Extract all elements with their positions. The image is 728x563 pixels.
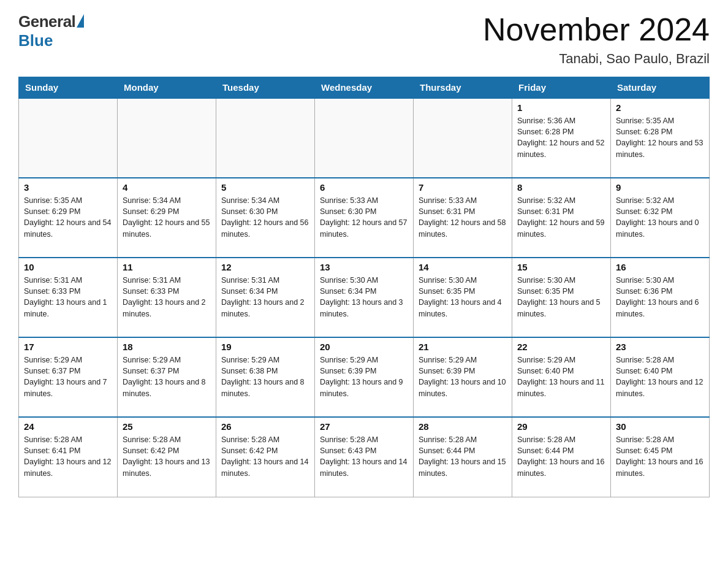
day-number: 26 [221, 421, 309, 432]
day-number: 22 [517, 342, 605, 352]
day-number: 19 [221, 342, 309, 352]
calendar-cell: 5Sunrise: 5:34 AMSunset: 6:30 PMDaylight… [216, 178, 315, 258]
calendar-cell: 24Sunrise: 5:28 AMSunset: 6:41 PMDayligh… [19, 417, 118, 497]
day-info: Sunrise: 5:30 AMSunset: 6:35 PMDaylight:… [517, 275, 605, 320]
day-number: 30 [616, 421, 704, 432]
calendar-cell [216, 98, 315, 178]
calendar-cell: 14Sunrise: 5:30 AMSunset: 6:35 PMDayligh… [414, 258, 512, 337]
calendar-cell [118, 98, 216, 178]
weekday-header-tuesday: Tuesday [216, 77, 315, 99]
day-number: 11 [123, 262, 211, 272]
calendar-week-3: 10Sunrise: 5:31 AMSunset: 6:33 PMDayligh… [19, 258, 710, 337]
calendar-week-4: 17Sunrise: 5:29 AMSunset: 6:37 PMDayligh… [19, 337, 710, 417]
calendar-cell: 16Sunrise: 5:30 AMSunset: 6:36 PMDayligh… [611, 258, 710, 337]
day-info: Sunrise: 5:28 AMSunset: 6:43 PMDaylight:… [320, 434, 408, 479]
calendar-cell: 18Sunrise: 5:29 AMSunset: 6:37 PMDayligh… [118, 337, 216, 417]
day-info: Sunrise: 5:28 AMSunset: 6:40 PMDaylight:… [616, 354, 704, 399]
day-number: 1 [517, 102, 605, 113]
calendar-cell: 21Sunrise: 5:29 AMSunset: 6:39 PMDayligh… [414, 337, 512, 417]
calendar-cell: 20Sunrise: 5:29 AMSunset: 6:39 PMDayligh… [315, 337, 414, 417]
calendar-cell: 17Sunrise: 5:29 AMSunset: 6:37 PMDayligh… [19, 337, 118, 417]
calendar-week-2: 3Sunrise: 5:35 AMSunset: 6:29 PMDaylight… [19, 178, 710, 258]
day-number: 10 [24, 262, 112, 272]
day-number: 9 [616, 182, 704, 193]
calendar-cell: 7Sunrise: 5:33 AMSunset: 6:31 PMDaylight… [414, 178, 512, 258]
day-number: 24 [24, 421, 112, 432]
day-info: Sunrise: 5:33 AMSunset: 6:30 PMDaylight:… [320, 195, 408, 240]
page-header: General Blue November 2024 Tanabi, Sao P… [18, 12, 710, 67]
day-info: Sunrise: 5:34 AMSunset: 6:29 PMDaylight:… [123, 195, 211, 240]
day-number: 28 [419, 421, 507, 432]
day-info: Sunrise: 5:28 AMSunset: 6:42 PMDaylight:… [123, 434, 211, 479]
day-number: 12 [221, 262, 309, 272]
weekday-header-saturday: Saturday [611, 77, 710, 99]
weekday-header-monday: Monday [118, 77, 216, 99]
day-number: 4 [123, 182, 211, 193]
day-info: Sunrise: 5:28 AMSunset: 6:42 PMDaylight:… [221, 434, 309, 479]
day-info: Sunrise: 5:30 AMSunset: 6:36 PMDaylight:… [616, 275, 704, 320]
calendar-cell: 8Sunrise: 5:32 AMSunset: 6:31 PMDaylight… [512, 178, 611, 258]
day-info: Sunrise: 5:28 AMSunset: 6:45 PMDaylight:… [616, 434, 704, 479]
logo-blue-text: Blue [18, 31, 53, 50]
logo-triangle-icon [77, 14, 84, 28]
day-number: 16 [616, 262, 704, 272]
calendar-week-1: 1Sunrise: 5:36 AMSunset: 6:28 PMDaylight… [19, 98, 710, 178]
calendar-cell: 23Sunrise: 5:28 AMSunset: 6:40 PMDayligh… [611, 337, 710, 417]
day-number: 20 [320, 342, 408, 352]
month-title: November 2024 [483, 12, 710, 47]
calendar-cell: 28Sunrise: 5:28 AMSunset: 6:44 PMDayligh… [414, 417, 512, 497]
day-info: Sunrise: 5:28 AMSunset: 6:41 PMDaylight:… [24, 434, 112, 479]
weekday-header-row: SundayMondayTuesdayWednesdayThursdayFrid… [19, 77, 710, 99]
day-info: Sunrise: 5:29 AMSunset: 6:39 PMDaylight:… [419, 354, 507, 399]
day-info: Sunrise: 5:35 AMSunset: 6:29 PMDaylight:… [24, 195, 112, 240]
calendar-cell: 27Sunrise: 5:28 AMSunset: 6:43 PMDayligh… [315, 417, 414, 497]
calendar-cell: 26Sunrise: 5:28 AMSunset: 6:42 PMDayligh… [216, 417, 315, 497]
calendar-cell: 10Sunrise: 5:31 AMSunset: 6:33 PMDayligh… [19, 258, 118, 337]
day-number: 6 [320, 182, 408, 193]
day-info: Sunrise: 5:29 AMSunset: 6:37 PMDaylight:… [24, 354, 112, 399]
day-info: Sunrise: 5:31 AMSunset: 6:34 PMDaylight:… [221, 275, 309, 320]
calendar-cell: 19Sunrise: 5:29 AMSunset: 6:38 PMDayligh… [216, 337, 315, 417]
day-number: 15 [517, 262, 605, 272]
calendar-week-5: 24Sunrise: 5:28 AMSunset: 6:41 PMDayligh… [19, 417, 710, 497]
calendar-cell: 1Sunrise: 5:36 AMSunset: 6:28 PMDaylight… [512, 98, 611, 178]
day-number: 23 [616, 342, 704, 352]
calendar-cell [19, 98, 118, 178]
day-number: 14 [419, 262, 507, 272]
calendar-cell: 22Sunrise: 5:29 AMSunset: 6:40 PMDayligh… [512, 337, 611, 417]
location-title: Tanabi, Sao Paulo, Brazil [483, 51, 710, 67]
day-info: Sunrise: 5:35 AMSunset: 6:28 PMDaylight:… [616, 115, 704, 160]
day-info: Sunrise: 5:29 AMSunset: 6:39 PMDaylight:… [320, 354, 408, 399]
day-number: 18 [123, 342, 211, 352]
day-info: Sunrise: 5:34 AMSunset: 6:30 PMDaylight:… [221, 195, 309, 240]
day-number: 17 [24, 342, 112, 352]
calendar-cell: 12Sunrise: 5:31 AMSunset: 6:34 PMDayligh… [216, 258, 315, 337]
weekday-header-wednesday: Wednesday [315, 77, 414, 99]
day-info: Sunrise: 5:28 AMSunset: 6:44 PMDaylight:… [419, 434, 507, 479]
day-info: Sunrise: 5:30 AMSunset: 6:35 PMDaylight:… [419, 275, 507, 320]
day-info: Sunrise: 5:32 AMSunset: 6:31 PMDaylight:… [517, 195, 605, 240]
day-info: Sunrise: 5:30 AMSunset: 6:34 PMDaylight:… [320, 275, 408, 320]
day-info: Sunrise: 5:29 AMSunset: 6:38 PMDaylight:… [221, 354, 309, 399]
calendar-cell [315, 98, 414, 178]
day-info: Sunrise: 5:33 AMSunset: 6:31 PMDaylight:… [419, 195, 507, 240]
day-number: 2 [616, 102, 704, 113]
calendar-cell: 15Sunrise: 5:30 AMSunset: 6:35 PMDayligh… [512, 258, 611, 337]
weekday-header-friday: Friday [512, 77, 611, 99]
day-info: Sunrise: 5:28 AMSunset: 6:44 PMDaylight:… [517, 434, 605, 479]
calendar-cell: 2Sunrise: 5:35 AMSunset: 6:28 PMDaylight… [611, 98, 710, 178]
logo-general-text: General [18, 12, 75, 31]
weekday-header-thursday: Thursday [414, 77, 512, 99]
day-info: Sunrise: 5:32 AMSunset: 6:32 PMDaylight:… [616, 195, 704, 240]
calendar-cell: 6Sunrise: 5:33 AMSunset: 6:30 PMDaylight… [315, 178, 414, 258]
day-info: Sunrise: 5:29 AMSunset: 6:40 PMDaylight:… [517, 354, 605, 399]
day-number: 8 [517, 182, 605, 193]
day-info: Sunrise: 5:29 AMSunset: 6:37 PMDaylight:… [123, 354, 211, 399]
logo: General Blue [18, 12, 84, 50]
day-number: 13 [320, 262, 408, 272]
calendar-cell: 9Sunrise: 5:32 AMSunset: 6:32 PMDaylight… [611, 178, 710, 258]
day-number: 29 [517, 421, 605, 432]
calendar-cell: 11Sunrise: 5:31 AMSunset: 6:33 PMDayligh… [118, 258, 216, 337]
calendar-cell: 29Sunrise: 5:28 AMSunset: 6:44 PMDayligh… [512, 417, 611, 497]
title-section: November 2024 Tanabi, Sao Paulo, Brazil [483, 12, 710, 67]
